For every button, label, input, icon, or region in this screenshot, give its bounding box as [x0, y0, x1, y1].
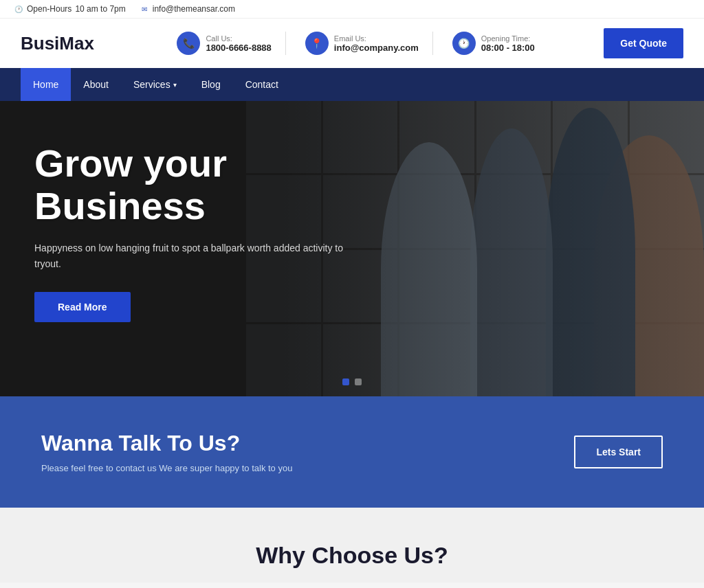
nav-item-about[interactable]: About — [71, 68, 121, 101]
header: BusiMax 📞 Call Us: 1800-6666-8888 📍 Emai… — [0, 19, 704, 68]
email-value: info@company.com — [334, 43, 419, 53]
why-title: Why Choose Us? — [41, 542, 663, 569]
logo: BusiMax — [21, 33, 94, 54]
cta-title: Wanna Talk To Us? — [41, 431, 292, 456]
topbar-email-item: ✉ info@themeansar.com — [140, 4, 235, 14]
lets-start-button[interactable]: Lets Start — [574, 436, 663, 468]
hero-dot-2[interactable] — [355, 378, 362, 385]
open-hours-value: 10 am to 7pm — [75, 4, 125, 14]
nav-item-services[interactable]: Services ▾ — [121, 68, 189, 101]
email-label: Email Us: — [334, 34, 419, 43]
cta-subtitle: Please feel free to contact us We are su… — [41, 463, 292, 473]
cta-section: Wanna Talk To Us? Please feel free to co… — [0, 396, 704, 508]
nav-item-blog[interactable]: Blog — [189, 68, 233, 101]
hero-title: Grow your Business — [34, 142, 378, 227]
map-icon: 📍 — [305, 32, 329, 55]
main-nav: Home About Services ▾ Blog Contact — [0, 68, 704, 101]
phone-icon: 📞 — [177, 32, 200, 55]
services-arrow-icon: ▾ — [173, 81, 177, 89]
open-hours-label: Open-Hours — [27, 4, 72, 14]
nav-item-contact[interactable]: Contact — [233, 68, 291, 101]
why-section: Why Choose Us? — [0, 508, 704, 583]
hero-subtitle: Happyness on low hanging fruit to spot a… — [34, 240, 344, 271]
topbar-email-value: info@themeansar.com — [153, 4, 235, 14]
hero-dots — [342, 378, 362, 385]
opening-value: 08:00 - 18:00 — [481, 43, 535, 53]
nav-item-home[interactable]: Home — [21, 68, 71, 101]
get-quote-button[interactable]: Get Quote — [604, 28, 683, 58]
call-number: 1800-6666-8888 — [206, 43, 271, 53]
email-icon: ✉ — [140, 4, 149, 14]
call-contact-item: 📞 Call Us: 1800-6666-8888 — [163, 32, 285, 55]
clock-contact-icon: 🕐 — [452, 32, 476, 55]
hero-content: Grow your Business Happyness on low hang… — [0, 101, 412, 363]
header-contact: 📞 Call Us: 1800-6666-8888 📍 Email Us: in… — [129, 32, 583, 55]
top-bar: 🕐 Open-Hours 10 am to 7pm ✉ info@themean… — [0, 0, 704, 19]
cta-text: Wanna Talk To Us? Please feel free to co… — [41, 431, 292, 473]
read-more-button[interactable]: Read More — [34, 292, 131, 322]
hero-section: Grow your Business Happyness on low hang… — [0, 101, 704, 396]
opening-label: Opening Time: — [481, 34, 535, 43]
hero-dot-1[interactable] — [342, 378, 349, 385]
call-label: Call Us: — [206, 34, 271, 43]
email-contact-item: 📍 Email Us: info@company.com — [292, 32, 433, 55]
open-hours-item: 🕐 Open-Hours 10 am to 7pm — [14, 4, 126, 14]
clock-icon: 🕐 — [14, 4, 23, 14]
opening-contact-item: 🕐 Opening Time: 08:00 - 18:00 — [439, 32, 549, 55]
